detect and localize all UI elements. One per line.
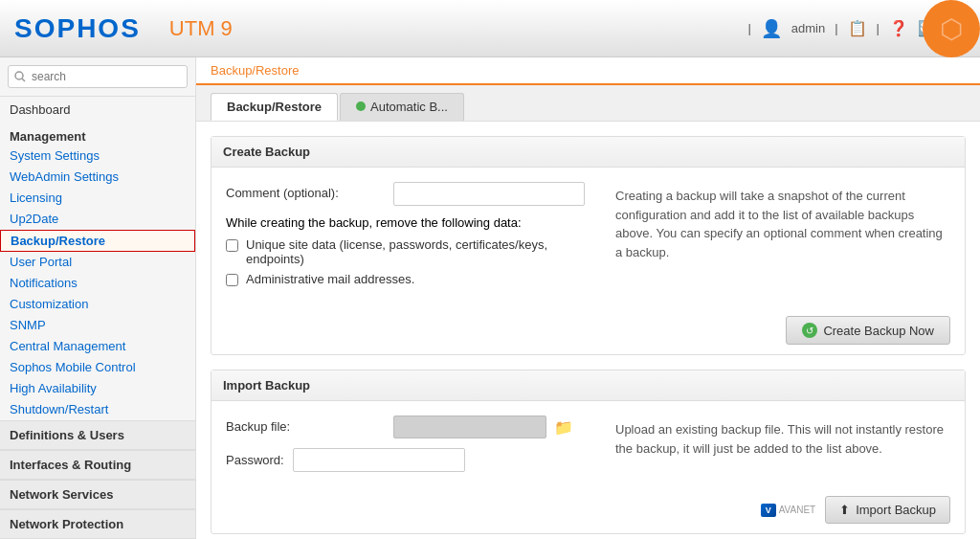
- import-backup-body: Backup file: 📁 Password:: [212, 401, 965, 486]
- sidebar-item-up2date[interactable]: Up2Date: [0, 209, 195, 230]
- sidebar-item-customization[interactable]: Customization: [0, 294, 195, 315]
- sidebar-item-shutdown-restart[interactable]: Shutdown/Restart: [0, 399, 195, 420]
- comment-label: Comment (optional):: [226, 182, 379, 200]
- checkbox-unique-site-data: Unique site data (license, passwords, ce…: [226, 237, 596, 266]
- import-backup-header: Import Backup: [212, 371, 965, 401]
- separator2: |: [835, 21, 837, 35]
- app-layout: Dashboard Management System Settings Web…: [0, 57, 980, 539]
- tab-automatic-backup[interactable]: Automatic B...: [340, 93, 464, 121]
- import-backup-columns: Backup file: 📁 Password:: [226, 415, 950, 472]
- separator: |: [747, 21, 750, 35]
- create-backup-section: Create Backup Comment (optional): While …: [211, 136, 966, 355]
- file-browse-icon[interactable]: 📁: [554, 418, 573, 437]
- sidebar-category-interfaces-routing[interactable]: Interfaces & Routing: [0, 450, 195, 480]
- import-icon: ⬆: [839, 503, 850, 517]
- checkbox-admin-mail-input[interactable]: [226, 274, 238, 286]
- create-backup-description: Creating a backup will take a snapshot o…: [615, 182, 950, 292]
- sidebar-item-notifications[interactable]: Notifications: [0, 273, 195, 294]
- header: SOPHOS UTM 9 | 👤 admin | 📋 | ❓ 🔄 ⚙️: [0, 0, 980, 57]
- create-backup-columns: Comment (optional): While creating the b…: [226, 182, 950, 292]
- sophos-logo: SOPHOS: [14, 13, 141, 44]
- sidebar-item-snmp[interactable]: SNMP: [0, 315, 195, 336]
- sidebar-item-high-availability[interactable]: High Availability: [0, 378, 195, 399]
- file-input-area: 📁: [393, 415, 573, 438]
- help-icon[interactable]: ❓: [889, 19, 908, 37]
- create-backup-body: Comment (optional): While creating the b…: [212, 168, 965, 306]
- utm-logo: UTM 9: [169, 16, 233, 41]
- comment-input[interactable]: [393, 182, 585, 206]
- sidebar-item-system-settings[interactable]: System Settings: [0, 146, 195, 167]
- sidebar-category-definitions-users[interactable]: Definitions & Users: [0, 420, 195, 450]
- password-label: Password:: [226, 453, 293, 467]
- tab-bar: Backup/Restore Automatic B...: [196, 85, 980, 122]
- username: admin: [791, 21, 825, 35]
- content-area: Create Backup Comment (optional): While …: [196, 122, 980, 539]
- avanet-badge: V AVANET: [761, 504, 816, 517]
- create-backup-icon: ↺: [802, 323, 817, 338]
- create-backup-form: Comment (optional): While creating the b…: [226, 182, 596, 292]
- remove-data-label: While creating the backup, remove the fo…: [226, 215, 596, 230]
- sidebar-item-user-portal[interactable]: User Portal: [0, 252, 195, 273]
- password-row: Password:: [226, 448, 596, 472]
- sidebar-item-webadmin-settings[interactable]: WebAdmin Settings: [0, 167, 195, 188]
- sidebar-item-central-management[interactable]: Central Management: [0, 336, 195, 357]
- user-icon: 👤: [761, 18, 782, 39]
- sidebar-category-network-protection[interactable]: Network Protection: [0, 509, 195, 539]
- create-backup-header: Create Backup: [212, 137, 965, 168]
- import-backup-form: Backup file: 📁 Password:: [226, 415, 596, 472]
- clipboard-icon[interactable]: 📋: [848, 19, 867, 37]
- avanet-logo: V: [761, 504, 776, 517]
- import-backup-description: Upload an existing backup file. This wil…: [615, 415, 950, 472]
- create-backup-now-button[interactable]: ↺ Create Backup Now: [786, 316, 950, 345]
- sophos-badge: [923, 0, 980, 57]
- search-container: [0, 57, 195, 97]
- import-backup-action-row: V AVANET ⬆ Import Backup: [212, 486, 965, 533]
- checkbox-admin-mail-label: Administrative mail addresses.: [246, 272, 414, 286]
- checkbox-unique-site-data-input[interactable]: [226, 239, 238, 252]
- import-backup-button[interactable]: ⬆ Import Backup: [825, 496, 950, 524]
- tab-backup-restore[interactable]: Backup/Restore: [211, 93, 338, 121]
- backup-file-label: Backup file:: [226, 415, 379, 434]
- main-content: Backup/Restore Backup/Restore Automatic …: [196, 57, 980, 539]
- status-dot-icon: [356, 101, 366, 111]
- password-input[interactable]: [293, 448, 465, 472]
- separator3: |: [877, 21, 880, 35]
- create-backup-action-row: ↺ Create Backup Now: [212, 306, 965, 354]
- sidebar-item-backup-restore[interactable]: Backup/Restore: [0, 230, 195, 252]
- search-input[interactable]: [8, 65, 188, 88]
- file-input-box: [393, 415, 546, 438]
- checkbox-admin-mail: Administrative mail addresses.: [226, 272, 596, 286]
- sidebar: Dashboard Management System Settings Web…: [0, 57, 196, 539]
- backup-file-row: Backup file: 📁: [226, 415, 596, 438]
- sidebar-item-licensing[interactable]: Licensing: [0, 188, 195, 209]
- sidebar-section-management: Management: [0, 124, 195, 146]
- sidebar-category-network-services[interactable]: Network Services: [0, 480, 195, 509]
- sidebar-item-sophos-mobile-control[interactable]: Sophos Mobile Control: [0, 357, 195, 378]
- import-backup-section: Import Backup Backup file: 📁: [211, 370, 966, 534]
- sidebar-item-dashboard[interactable]: Dashboard: [0, 97, 195, 124]
- breadcrumb: Backup/Restore: [196, 57, 980, 85]
- checkbox-unique-site-data-label: Unique site data (license, passwords, ce…: [246, 237, 596, 266]
- comment-row: Comment (optional):: [226, 182, 596, 206]
